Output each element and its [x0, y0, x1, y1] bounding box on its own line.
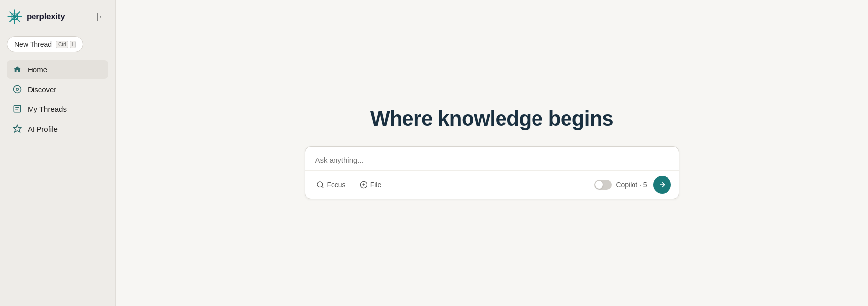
plus-circle-icon: [360, 181, 367, 189]
sidebar-item-home-label: Home: [28, 66, 47, 74]
focus-button[interactable]: Focus: [313, 179, 349, 191]
sidebar-item-ai-profile[interactable]: AI Profile: [7, 119, 108, 138]
shortcut-modifier: Ctrl: [56, 41, 68, 48]
sidebar: perplexity |← New Thread Ctrl I Home Dis…: [0, 0, 116, 306]
search-box: Focus File Copilot · 5: [305, 146, 679, 199]
search-input-area: [305, 147, 679, 170]
svg-point-6: [16, 88, 19, 91]
home-icon: [13, 65, 22, 74]
sidebar-item-discover-label: Discover: [28, 85, 56, 94]
sidebar-item-discover[interactable]: Discover: [7, 80, 108, 99]
ai-profile-icon: [13, 124, 22, 133]
search-icon: [316, 181, 324, 189]
file-label: File: [370, 181, 382, 189]
logo[interactable]: perplexity: [7, 9, 65, 25]
sidebar-item-ai-profile-label: AI Profile: [28, 125, 58, 133]
search-input[interactable]: [315, 156, 669, 164]
sidebar-item-my-threads[interactable]: My Threads: [7, 100, 108, 118]
copilot-toggle[interactable]: Copilot · 5: [594, 180, 647, 190]
sidebar-nav: Home Discover My Threads AI Profile: [7, 60, 108, 138]
new-thread-label: New Thread: [14, 40, 52, 48]
toggle-track: [594, 180, 612, 190]
search-toolbar: Focus File Copilot · 5: [305, 170, 679, 199]
perplexity-logo-icon: [7, 9, 23, 25]
sidebar-item-my-threads-label: My Threads: [28, 105, 67, 113]
keyboard-shortcut: Ctrl I: [56, 41, 76, 48]
focus-label: Focus: [327, 181, 346, 189]
hero-title: Where knowledge begins: [370, 107, 613, 131]
sidebar-header: perplexity |←: [7, 9, 108, 25]
sidebar-item-home[interactable]: Home: [7, 60, 108, 79]
svg-point-5: [14, 86, 21, 93]
main-content: Where knowledge begins Focus File: [116, 0, 868, 306]
file-button[interactable]: File: [357, 179, 385, 191]
arrow-right-icon: [658, 181, 666, 189]
collapse-sidebar-button[interactable]: |←: [95, 10, 108, 23]
svg-line-12: [322, 186, 323, 188]
threads-icon: [13, 104, 22, 113]
svg-marker-10: [14, 125, 21, 132]
new-thread-button[interactable]: New Thread Ctrl I: [7, 36, 83, 52]
toolbar-left: Focus File: [313, 179, 385, 191]
toolbar-right: Copilot · 5: [594, 176, 670, 194]
copilot-label: Copilot · 5: [616, 181, 647, 189]
shortcut-key: I: [70, 41, 76, 48]
toggle-thumb: [595, 181, 603, 189]
logo-text: perplexity: [27, 12, 65, 22]
submit-button[interactable]: [653, 176, 671, 194]
svg-point-11: [317, 182, 323, 187]
compass-icon: [13, 85, 22, 94]
